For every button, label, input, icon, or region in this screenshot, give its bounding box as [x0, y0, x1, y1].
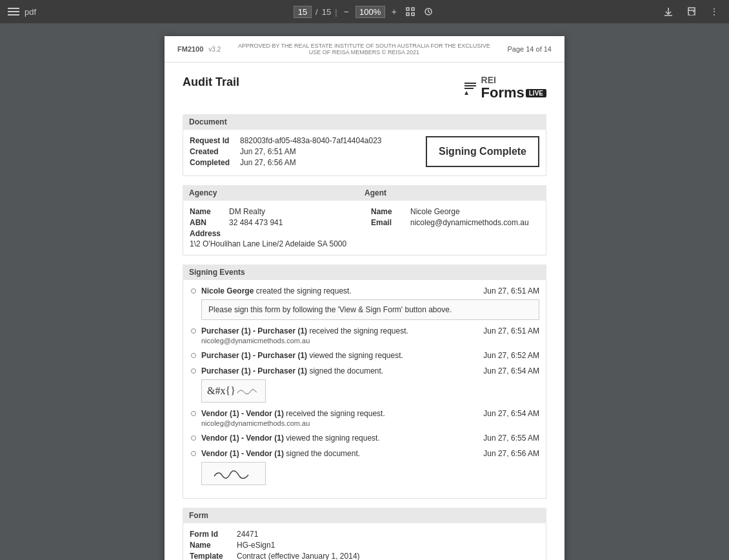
doc-section-inner: Request Id 882003fd-af05-483a-8040-7af14…: [190, 136, 539, 169]
print-button[interactable]: [684, 5, 699, 18]
event-3-line: Purchaser (1) - Purchaser (1) viewed the…: [201, 351, 539, 360]
audit-header: Audit Trail REIFormsLIVE: [183, 75, 546, 101]
doc-content: Audit Trail REIFormsLIVE Document: [165, 63, 564, 560]
event-2: Purchaser (1) - Purchaser (1) received t…: [190, 326, 539, 345]
audit-title: Audit Trail: [183, 75, 239, 89]
event-6: Vendor (1) - Vendor (1) viewed the signi…: [190, 434, 539, 443]
page-header: FM2100 v3.2 APPROVED BY THE REAL ESTATE …: [165, 36, 564, 63]
agency-agent-cols: Name DM Realty ABN 32 484 473 941 Addres…: [190, 207, 539, 248]
event-7-time: Jun 27, 6:56 AM: [483, 449, 539, 458]
toolbar-filename: pdf: [25, 7, 36, 17]
event-5-bullet: [191, 411, 196, 416]
document-section-header: Document: [183, 114, 546, 130]
event-1-bullet: [191, 288, 196, 294]
agent-name-row: Name Nicole George: [371, 207, 539, 216]
event-1-line: Nicole George created the signing reques…: [201, 286, 539, 295]
menu-icon[interactable]: [8, 8, 19, 15]
event-5-line: Vendor (1) - Vendor (1) received the sig…: [201, 409, 539, 418]
download-button[interactable]: [661, 5, 676, 18]
svg-rect-0: [406, 8, 409, 10]
toolbar-center: / 15 | − +: [294, 5, 435, 18]
svg-marker-10: [464, 91, 468, 95]
more-options-button[interactable]: ⋮: [707, 5, 721, 18]
agency-section-header: Agency Agent: [183, 185, 546, 201]
fit-page-button[interactable]: [403, 6, 417, 17]
form-section: Form Form Id 24471 Name HG-eSign1 Templa…: [183, 508, 546, 560]
signing-complete-badge: Signing Complete: [426, 136, 539, 167]
current-page-input[interactable]: [294, 6, 312, 18]
zoom-out-button[interactable]: −: [341, 5, 352, 18]
event-5: Vendor (1) - Vendor (1) received the sig…: [190, 409, 539, 427]
divider: |: [335, 7, 337, 17]
form-name-label: Name: [190, 541, 232, 550]
event-2-time: Jun 27, 6:51 AM: [483, 326, 539, 335]
event-2-email: nicoleg@dynamicmethods.com.au: [201, 337, 539, 345]
event-5-email: nicoleg@dynamicmethods.com.au: [201, 419, 539, 427]
agency-name-row: Name DM Realty: [190, 207, 358, 216]
event-7-signature: [201, 462, 266, 485]
event-7-text: Vendor (1) - Vendor (1) signed the docum…: [201, 449, 477, 458]
signing-events-body: Nicole George created the signing reques…: [183, 280, 546, 499]
request-id-row: Request Id 882003fd-af05-483a-8040-7af14…: [190, 136, 426, 145]
event-6-line: Vendor (1) - Vendor (1) viewed the signi…: [201, 434, 539, 443]
agent-col-header: Agent: [364, 188, 540, 197]
event-3-time: Jun 27, 6:52 AM: [483, 351, 539, 360]
total-pages: 15: [322, 7, 331, 17]
pdf-page: FM2100 v3.2 APPROVED BY THE REAL ESTATE …: [165, 36, 564, 560]
form-name-value: HG-eSign1: [237, 541, 275, 550]
event-3: Purchaser (1) - Purchaser (1) viewed the…: [190, 351, 539, 360]
agency-section: Agency Agent Name DM Realty ABN: [183, 185, 546, 255]
agent-name-value: Nicole George: [410, 207, 460, 216]
event-5-time: Jun 27, 6:54 AM: [483, 409, 539, 418]
svg-rect-1: [412, 8, 414, 10]
event-2-bullet: [191, 328, 196, 334]
event-2-text: Purchaser (1) - Purchaser (1) received t…: [201, 326, 477, 335]
toolbar: pdf / 15 | − + ⋮: [0, 0, 729, 23]
form-template-value: Contract (effective January 1, 2014): [237, 552, 360, 560]
form-section-body: Form Id 24471 Name HG-eSign1 Template Co…: [183, 523, 546, 560]
agency-name-value: DM Realty: [229, 207, 265, 216]
event-3-bullet: [191, 353, 196, 358]
created-row: Created Jun 27, 6:51 AM: [190, 147, 426, 156]
agency-agent-headers: Agency Agent: [189, 188, 540, 197]
history-button[interactable]: [421, 6, 435, 17]
event-4-signature: &#x{}: [201, 379, 266, 403]
event-4-time: Jun 27, 6:54 AM: [483, 366, 539, 375]
rei-logo: REIFormsLIVE: [464, 75, 546, 101]
agency-abn-row: ABN 32 484 473 941: [190, 218, 358, 227]
svg-rect-2: [406, 13, 409, 15]
form-template-label: Template: [190, 552, 232, 560]
zoom-in-button[interactable]: +: [389, 5, 399, 18]
event-6-text: Vendor (1) - Vendor (1) viewed the signi…: [201, 434, 477, 443]
agent-name-label: Name: [371, 207, 406, 216]
agency-abn-value: 32 484 473 941: [229, 218, 283, 227]
created-label: Created: [190, 147, 235, 156]
zoom-input[interactable]: [355, 6, 385, 18]
agency-address-label: Address: [190, 229, 358, 238]
rei-text: REIFormsLIVE: [481, 75, 546, 101]
svg-rect-3: [412, 13, 414, 15]
completed-row: Completed Jun 27, 6:56 AM: [190, 158, 426, 167]
event-1-note: Please sign this form by following the '…: [201, 299, 539, 320]
event-7-bullet: [191, 451, 196, 456]
form-template-row: Template Contract (effective January 1, …: [190, 552, 539, 560]
event-1-text: Nicole George created the signing reques…: [201, 286, 477, 295]
form-section-header: Form: [183, 508, 546, 523]
approval-text: APPROVED BY THE REAL ESTATE INSTITUTE OF…: [221, 43, 507, 55]
event-6-bullet: [191, 435, 196, 441]
doc-fields: Request Id 882003fd-af05-483a-8040-7af14…: [190, 136, 426, 169]
signature-1-image: &#x{}: [207, 385, 235, 397]
request-id-label: Request Id: [190, 136, 235, 145]
agent-email-row: Email nicoleg@dynamicmethods.com.au: [371, 218, 539, 227]
event-6-time: Jun 27, 6:55 AM: [483, 434, 539, 443]
agency-name-label: Name: [190, 207, 225, 216]
completed-label: Completed: [190, 158, 235, 167]
agency-col: Name DM Realty ABN 32 484 473 941 Addres…: [190, 207, 364, 248]
event-5-text: Vendor (1) - Vendor (1) received the sig…: [201, 409, 477, 418]
page-separator: /: [315, 7, 318, 17]
event-4-text: Purchaser (1) - Purchaser (1) signed the…: [201, 366, 477, 375]
agency-section-body: Name DM Realty ABN 32 484 473 941 Addres…: [183, 201, 546, 255]
agency-address-block: Address 1\2 O'Houlihan Lane Line/2 Adela…: [190, 229, 358, 248]
svg-point-9: [693, 11, 694, 12]
signing-events-section: Signing Events Nicole George created the…: [183, 265, 546, 499]
